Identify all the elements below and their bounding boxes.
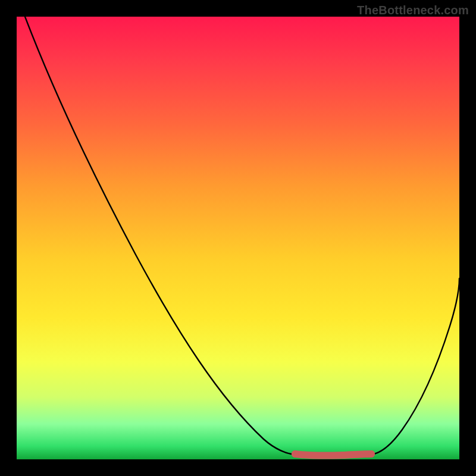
watermark-text: TheBottleneck.com: [357, 4, 469, 17]
curve-right-arm: [371, 278, 459, 455]
valley-endpoint-right: [368, 450, 375, 458]
curve-left-arm: [25, 17, 295, 455]
valley-band: [295, 454, 371, 456]
chart-container: TheBottleneck.com: [0, 0, 476, 476]
valley-endpoint-left: [292, 450, 299, 458]
plot-area: [17, 17, 459, 459]
chart-curves-svg: [17, 17, 459, 459]
